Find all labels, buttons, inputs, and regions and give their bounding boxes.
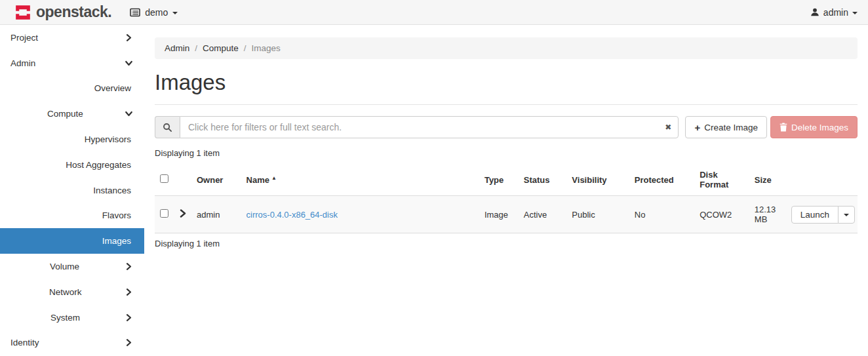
sidebar-item-network[interactable]: Network: [0, 279, 144, 305]
project-list-icon: [130, 8, 140, 17]
column-header-owner[interactable]: Owner: [191, 164, 241, 196]
sidebar-item-flavors[interactable]: Flavors: [0, 203, 144, 229]
chevron-right-icon: [125, 288, 132, 296]
sidebar-item-overview[interactable]: Overview: [0, 76, 144, 102]
row-actions: Launch: [791, 206, 855, 224]
table-header-row: Owner Name▲ Type Status Visibility Prote…: [155, 164, 858, 196]
column-header-disk-format[interactable]: Disk Format: [694, 164, 749, 196]
cell-size: 12.13 MB: [749, 196, 786, 233]
brand-wordmark: openstack.: [36, 5, 111, 20]
chevron-right-icon: [125, 34, 132, 41]
row-actions-dropdown-button[interactable]: [838, 206, 855, 224]
project-switcher-label: demo: [145, 7, 168, 18]
select-all-checkbox[interactable]: [160, 174, 168, 183]
breadcrumb: Admin / Compute / Images: [155, 37, 858, 59]
topbar: openstack. demo admin: [0, 0, 868, 25]
sidebar-item-instances[interactable]: Instances: [0, 178, 144, 203]
column-header-protected[interactable]: Protected: [629, 164, 694, 196]
chevron-right-icon: [125, 263, 132, 270]
breadcrumb-separator: /: [244, 43, 247, 53]
openstack-logo-icon: [14, 4, 31, 21]
cell-type: Image: [479, 196, 519, 233]
clear-filter-icon[interactable]: ✖: [665, 123, 671, 131]
sidebar-item-identity[interactable]: Identity: [0, 330, 144, 356]
chevron-down-icon: [125, 110, 132, 117]
launch-button[interactable]: Launch: [791, 206, 838, 224]
cell-visibility: Public: [566, 196, 629, 233]
sidebar-item-volume[interactable]: Volume: [0, 254, 144, 279]
sidebar-item-host-aggregates[interactable]: Host Aggregates: [0, 152, 144, 178]
column-header-name[interactable]: Name▲: [241, 164, 479, 196]
cell-disk-format: QCOW2: [694, 196, 749, 233]
sidebar-item-system[interactable]: System: [0, 305, 144, 330]
row-checkbox[interactable]: [160, 209, 168, 218]
column-header-type[interactable]: Type: [479, 164, 519, 196]
chevron-right-icon: [125, 339, 132, 346]
project-switcher-dropdown[interactable]: demo: [130, 7, 178, 18]
caret-down-icon: [172, 12, 178, 14]
user-menu-dropdown[interactable]: admin: [810, 7, 858, 18]
sort-ascending-icon: ▲: [271, 175, 277, 181]
sidebar-item-admin[interactable]: Admin: [0, 50, 144, 76]
delete-images-button[interactable]: Delete Images: [770, 116, 858, 138]
table-row: admin cirros-0.4.0-x86_64-disk Image Act…: [155, 196, 858, 233]
breadcrumb-compute: Compute: [203, 43, 239, 53]
main-content: Admin / Compute / Images Images ✖ +: [144, 25, 868, 356]
chevron-down-icon: [125, 60, 132, 67]
caret-down-icon: [844, 214, 849, 216]
caret-down-icon: [852, 12, 858, 14]
cell-owner: admin: [191, 196, 241, 233]
image-name-link[interactable]: cirros-0.4.0-x86_64-disk: [247, 210, 338, 220]
divider: [155, 104, 858, 105]
item-count-bottom: Displaying 1 item: [155, 233, 858, 248]
page-title: Images: [155, 70, 858, 95]
images-table: Owner Name▲ Type Status Visibility Prote…: [155, 164, 858, 233]
sidebar-item-images[interactable]: Images: [0, 228, 144, 254]
column-header-visibility[interactable]: Visibility: [566, 164, 629, 196]
breadcrumb-admin: Admin: [165, 43, 189, 53]
openstack-brand-link[interactable]: openstack.: [14, 4, 111, 21]
column-header-status[interactable]: Status: [519, 164, 567, 196]
sidebar-item-compute[interactable]: Compute: [0, 101, 144, 127]
chevron-right-icon: [125, 314, 132, 321]
trash-icon: [779, 123, 787, 132]
row-expander-chevron-icon[interactable]: [180, 209, 186, 218]
breadcrumb-images: Images: [252, 43, 281, 53]
breadcrumb-separator: /: [195, 43, 197, 53]
user-menu-label: admin: [823, 7, 848, 18]
filter-input-group: ✖: [155, 116, 679, 138]
sidebar-item-hypervisors[interactable]: Hypervisors: [0, 127, 144, 152]
sidebar-item-project[interactable]: Project: [0, 25, 144, 50]
filter-search-input[interactable]: [180, 116, 679, 138]
plus-icon: +: [694, 123, 700, 132]
sidebar-nav: Project Admin Overview Compute Hyperviso…: [0, 25, 144, 356]
column-header-size[interactable]: Size: [749, 164, 786, 196]
item-count-top: Displaying 1 item: [155, 148, 858, 158]
user-icon: [810, 7, 819, 17]
create-image-button[interactable]: + Create Image: [685, 116, 767, 138]
cell-protected: No: [629, 196, 694, 233]
search-icon: [155, 116, 180, 138]
cell-status: Active: [519, 196, 567, 233]
